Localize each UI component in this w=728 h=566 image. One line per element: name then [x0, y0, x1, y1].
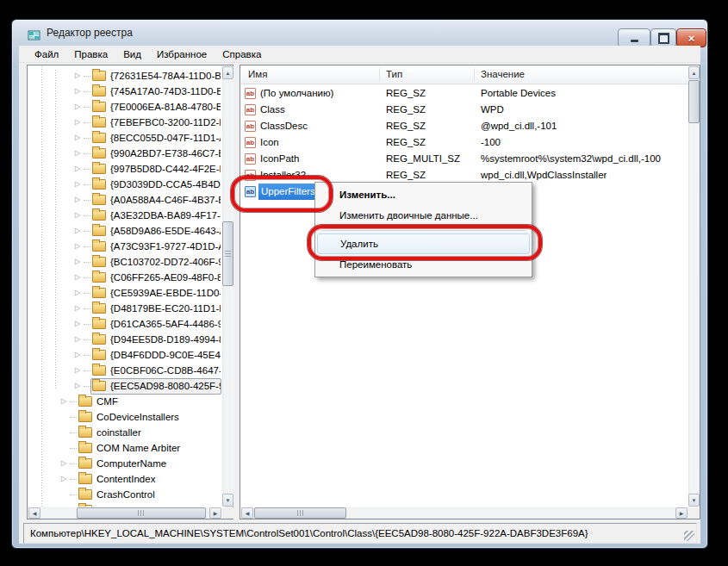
expand-arrow-icon[interactable]: ▷: [58, 394, 70, 409]
expand-arrow-icon[interactable]: ▷: [72, 192, 84, 208]
expand-arrow-icon[interactable]: ▷: [72, 130, 84, 146]
tree-item[interactable]: ▷ {8ECC055D-047F-11D1-A53: [28, 130, 221, 146]
tree-item[interactable]: ▷ {D48179BE-EC20-11D1-B6B: [28, 301, 221, 316]
scroll-left-button[interactable]: ◀: [241, 507, 253, 519]
tree-item[interactable]: ▷ {E0CBF06C-CD8B-4647-BB8: [28, 363, 221, 378]
tree-item[interactable]: ▷ COM Name Arbiter: [28, 440, 221, 456]
resize-grip[interactable]: [684, 531, 694, 541]
column-divider[interactable]: [379, 68, 380, 81]
expand-arrow-icon[interactable]: ▷: [72, 223, 84, 239]
menu-item[interactable]: Избранное: [149, 46, 215, 63]
expand-arrow-icon[interactable]: ▷: [72, 115, 84, 130]
tree-connector-stub: [84, 324, 90, 325]
tree-item[interactable]: ▷ CMF: [28, 394, 221, 409]
titlebar: Редактор реестра ×: [12, 20, 707, 46]
expand-arrow-icon[interactable]: ▷: [58, 471, 70, 487]
expand-arrow-icon[interactable]: ▷: [72, 254, 84, 270]
tree-item[interactable]: ▷ ComputerName: [28, 456, 221, 471]
scroll-up-button[interactable]: ▲: [222, 66, 233, 79]
tree-item[interactable]: ▷ {7EBEFBC0-3200-11D2-B4C: [28, 115, 221, 130]
tree-connector-stub: [84, 293, 90, 294]
scroll-down-button[interactable]: ▼: [688, 494, 700, 507]
tree-item-label: CoDeviceInstallers: [95, 412, 181, 422]
menu-item[interactable]: Файл: [27, 46, 66, 63]
tree-item[interactable]: ▷ {990A2BD7-E738-46C7-B26: [28, 146, 221, 161]
tree-item-label: COM Name Arbiter: [95, 443, 182, 453]
expand-arrow-icon[interactable]: ▷: [72, 363, 84, 378]
tree-item-body: {EEC5AD98-8080-425F-922A: [90, 378, 221, 395]
tree-item[interactable]: ▷ {72631E54-78A4-11D0-BCF7: [28, 68, 221, 84]
minimize-button[interactable]: [618, 28, 650, 47]
value-row[interactable]: ab Class REG_SZ WPD: [241, 102, 688, 118]
tree-item[interactable]: ▷ {A0A588A4-C46F-4B37-B7E: [28, 192, 221, 208]
tree-item[interactable]: ▷ CoDeviceInstallers: [28, 409, 221, 425]
tree-item[interactable]: ▷ {997B5D8D-C442-4F2E-BAF: [28, 161, 221, 177]
values-vscroll-thumb[interactable]: [688, 80, 700, 123]
scroll-left-button[interactable]: ◀: [28, 507, 40, 519]
values-hscroll-thumb[interactable]: [254, 507, 346, 519]
tree-item[interactable]: ▷ {A58D9A86-E5DE-4643-A69: [28, 223, 221, 239]
menu-item[interactable]: Правка: [66, 46, 115, 63]
tree-item[interactable]: ▷ {A3E32DBA-BA89-4F17-838: [28, 208, 221, 223]
close-button[interactable]: ×: [676, 28, 706, 47]
value-row[interactable]: ab IconPath REG_MULTI_SZ %systemroot%\sy…: [241, 151, 688, 167]
scroll-right-button[interactable]: ▶: [209, 507, 221, 519]
expand-arrow-icon[interactable]: ▷: [72, 84, 84, 99]
expand-arrow-icon[interactable]: ▷: [72, 239, 84, 254]
context-menu-item[interactable]: Изменить двоичные данные...: [315, 205, 532, 226]
expand-arrow-icon[interactable]: ▷: [72, 68, 84, 84]
tree-item[interactable]: ▷ {D61CA365-5AF4-4486-998: [28, 316, 221, 332]
expand-arrow-icon[interactable]: ▷: [72, 146, 84, 161]
expand-arrow-icon[interactable]: ▷: [72, 332, 84, 347]
tree-item[interactable]: ▷ {D94EE5D8-D189-4994-83D: [28, 332, 221, 347]
tree-hscroll-thumb[interactable]: [77, 507, 206, 519]
tree-item[interactable]: ▷ ContentIndex: [28, 471, 221, 487]
folder-icon: [92, 179, 106, 190]
expand-arrow-icon[interactable]: ▷: [72, 285, 84, 301]
tree-item[interactable]: ▷ {CE5939AE-EBDE-11D0-B18: [28, 285, 221, 301]
expand-arrow-icon[interactable]: ▷: [72, 347, 84, 363]
scroll-down-button[interactable]: ▼: [222, 494, 233, 507]
tree-item[interactable]: ▷ {BC103702-DD72-406F-9B2: [28, 254, 221, 270]
column-header-name[interactable]: Имя: [248, 69, 267, 79]
column-divider[interactable]: [474, 68, 475, 81]
tree-item[interactable]: ▷ {A73C93F1-9727-4D1D-ACE: [28, 239, 221, 254]
menu-item[interactable]: Справка: [215, 46, 269, 63]
expand-arrow-icon[interactable]: ▷: [72, 270, 84, 285]
tree-connector-stub: [84, 200, 90, 201]
tree-item[interactable]: ▷ coinstaller: [28, 425, 221, 440]
expand-arrow-icon[interactable]: ▷: [72, 378, 84, 394]
value-row[interactable]: ab (По умолчанию) REG_SZ Portable Device…: [241, 85, 688, 102]
expand-arrow-icon[interactable]: ▷: [72, 208, 84, 223]
tree-item-body: {8ECC055D-047F-11D1-A53: [90, 130, 221, 146]
panel-splitter[interactable]: [233, 65, 240, 519]
expand-arrow-icon[interactable]: ▷: [72, 177, 84, 192]
column-header-type[interactable]: Тип: [386, 69, 402, 79]
value-row[interactable]: ab Icon REG_SZ -100: [241, 134, 688, 151]
scroll-right-button[interactable]: ▶: [675, 507, 688, 519]
expand-arrow-icon[interactable]: ▷: [72, 99, 84, 115]
expand-arrow-icon[interactable]: ▷: [58, 456, 70, 471]
column-header-value[interactable]: Значение: [481, 69, 525, 79]
values-vertical-scrollbar[interactable]: [688, 66, 700, 507]
maximize-button[interactable]: [650, 28, 676, 47]
value-row[interactable]: ab ClassDesc REG_SZ @wpd_ci.dll,-101: [241, 118, 688, 134]
tree-item[interactable]: ▷ {7E0006EA-81A8-4780-B0C8: [28, 99, 221, 115]
annotation-ellipse-delete: [308, 225, 542, 260]
context-menu-item[interactable]: Изменить...: [315, 184, 532, 205]
scroll-up-button[interactable]: ▲: [688, 66, 700, 79]
folder-icon: [92, 381, 106, 391]
expand-arrow-icon[interactable]: ▷: [72, 316, 84, 332]
tree-item[interactable]: ▷ {EEC5AD98-8080-425F-922A: [28, 378, 221, 394]
tree-vertical-scrollbar[interactable]: [222, 66, 233, 507]
tree-item[interactable]: ▷ {C06FF265-AE09-48F0-812C: [28, 270, 221, 285]
tree-item[interactable]: ▷ CrashControl: [28, 487, 221, 502]
tree-item[interactable]: ▷ {745A17A0-74D3-11D0-B6F: [28, 84, 221, 99]
tree-item[interactable]: ▷ CriticalDeviceDatabase: [28, 502, 221, 507]
tree-item[interactable]: ▷ {9D3039DD-CCA5-4B4D-B3: [28, 177, 221, 192]
tree-vscroll-thumb[interactable]: [222, 221, 233, 286]
menu-item[interactable]: Вид: [115, 46, 149, 63]
expand-arrow-icon[interactable]: ▷: [72, 161, 84, 177]
tree-item[interactable]: ▷ {DB4F6DDD-9C0E-45E4-959: [28, 347, 221, 363]
expand-arrow-icon[interactable]: ▷: [72, 301, 84, 316]
